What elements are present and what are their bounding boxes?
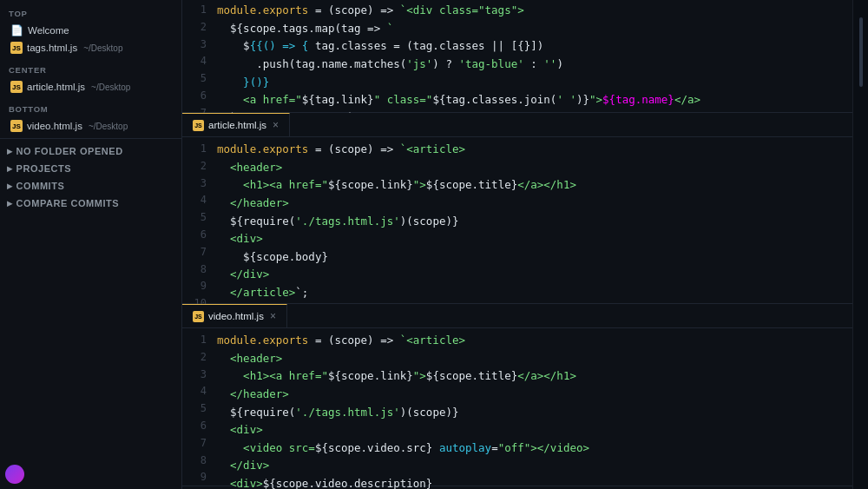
sidebar-item-tags[interactable]: JS tags.html.js ~/Desktop	[0, 39, 181, 56]
sidebar-group-compare-commits[interactable]: ▶ COMPARE COMMITS	[0, 195, 181, 212]
close-tab-button[interactable]: ×	[270, 310, 276, 322]
code-content: module.exports = (scope) => `<div class=…	[214, 2, 868, 127]
tab-label: video.html.js	[208, 311, 264, 321]
sidebar-item-label: tags.html.js	[27, 43, 77, 53]
line-numbers: 12345678910	[182, 332, 214, 489]
sidebar-section-bottom: BOTTOM	[0, 96, 181, 117]
sidebar-item-video[interactable]: JS video.html.js ~/Desktop	[0, 117, 181, 135]
chevron-right-icon: ▶	[7, 182, 13, 190]
item-path: ~/Desktop	[89, 122, 128, 131]
panel-video: JS video.html.js × 12345678910 module.ex…	[182, 304, 868, 486]
panel-tags: 1234567 module.exports = (scope) => `<di…	[182, 0, 868, 113]
sidebar-group-commits[interactable]: ▶ COMMITS	[0, 177, 181, 195]
sidebar-item-article[interactable]: JS article.html.js ~/Desktop	[0, 78, 181, 96]
tab-bar-video: JS video.html.js ×	[182, 304, 868, 328]
item-path: ~/Desktop	[91, 83, 130, 92]
js-icon: JS	[10, 120, 23, 132]
code-content: module.exports = (scope) => `<article> <…	[214, 332, 868, 489]
js-icon: JS	[10, 81, 23, 93]
js-tab-icon: JS	[193, 311, 204, 322]
tab-video[interactable]: JS video.html.js ×	[182, 304, 287, 327]
sidebar-group-projects[interactable]: ▶ PROJECTS	[0, 160, 181, 177]
js-tab-icon: JS	[193, 120, 204, 131]
chevron-right-icon: ▶	[7, 148, 13, 155]
group-label: COMPARE COMMITS	[16, 198, 120, 208]
tab-bar-article: JS article.html.js ×	[182, 113, 868, 137]
item-path: ~/Desktop	[83, 43, 122, 53]
sidebar-item-welcome[interactable]: 📄 Welcome	[0, 22, 181, 39]
sidebar: TOP 📄 Welcome JS tags.html.js ~/Desktop …	[0, 0, 182, 489]
line-numbers: 1234567	[182, 2, 214, 127]
code-content: module.exports = (scope) => `<article> <…	[214, 141, 868, 313]
group-label: PROJECTS	[16, 163, 72, 174]
chevron-right-icon: ▶	[7, 200, 13, 208]
group-label: COMMITS	[16, 181, 65, 191]
file-icon: 📄	[10, 24, 23, 36]
scrollbar-thumb[interactable]	[859, 17, 863, 87]
sidebar-item-label: video.html.js	[27, 121, 82, 131]
sidebar-section-top: TOP	[0, 0, 181, 22]
right-panel	[852, 0, 868, 489]
tab-label: article.html.js	[208, 120, 266, 130]
sidebar-item-label: Welcome	[28, 25, 69, 36]
sidebar-group-no-folder[interactable]: ▶ NO FOLDER OPENED	[0, 142, 181, 160]
panel-article: JS article.html.js × 12345678910 module.…	[182, 113, 868, 304]
line-numbers: 12345678910	[182, 141, 214, 313]
sidebar-section-center: CENTER	[0, 56, 181, 78]
js-icon: JS	[10, 42, 23, 54]
group-label: NO FOLDER OPENED	[16, 146, 123, 156]
editor-main: 1234567 module.exports = (scope) => `<di…	[182, 0, 868, 489]
tab-article[interactable]: JS article.html.js ×	[182, 113, 290, 136]
sidebar-bottom	[0, 459, 181, 489]
close-tab-button[interactable]: ×	[273, 119, 279, 131]
sidebar-divider	[0, 138, 181, 139]
sidebar-item-label: article.html.js	[27, 82, 85, 92]
chevron-right-icon: ▶	[7, 165, 13, 173]
avatar	[5, 465, 24, 484]
